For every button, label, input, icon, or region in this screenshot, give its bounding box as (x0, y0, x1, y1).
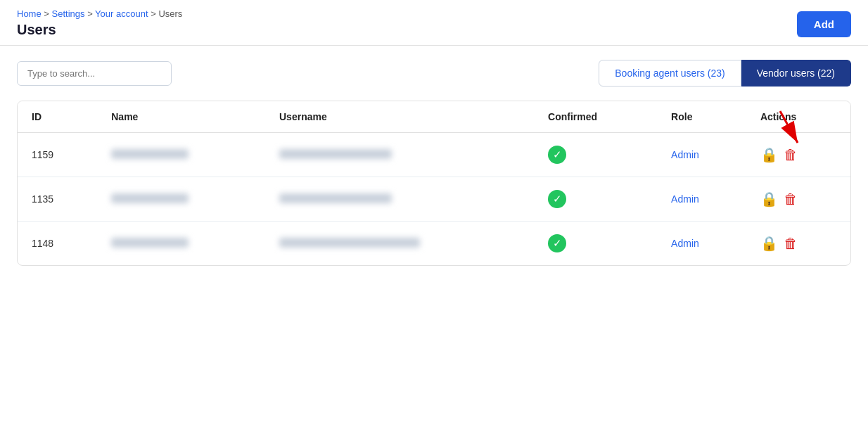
table-row: 1159 ✓ Admin (18, 133, 850, 177)
page-header: Home > Settings > Your account > Users U… (0, 0, 868, 46)
users-table-container: ID Name Username Confirmed Role Actions … (17, 101, 851, 266)
role-link[interactable]: Admin (671, 238, 699, 249)
col-username: Username (265, 101, 534, 133)
col-actions: Actions (746, 101, 850, 133)
confirmed-check-icon: ✓ (548, 234, 566, 252)
lock-icon[interactable]: 🔒 (760, 146, 778, 163)
cell-actions: 🔒 🗑 (746, 133, 850, 177)
tab-group: Booking agent users (23) Vendor users (2… (599, 60, 851, 87)
cell-id: 1135 (18, 177, 97, 222)
cell-username (265, 133, 534, 177)
delete-icon[interactable]: 🗑 (784, 147, 798, 163)
cell-name (97, 222, 265, 266)
cell-role: Admin (657, 177, 746, 222)
breadcrumb-settings[interactable]: Settings (52, 8, 85, 19)
blurred-name (111, 149, 189, 159)
delete-icon[interactable]: 🗑 (784, 236, 798, 252)
toolbar: Booking agent users (23) Vendor users (2… (0, 46, 868, 101)
cell-username (265, 177, 534, 222)
blurred-username (279, 193, 392, 203)
cell-id: 1148 (18, 222, 97, 266)
blurred-name (111, 193, 189, 203)
actions-cell: 🔒 🗑 (760, 191, 836, 207)
cell-confirmed: ✓ (534, 222, 657, 266)
blurred-username (279, 149, 392, 159)
tab-vendor-users[interactable]: Vendor users (22) (741, 60, 851, 87)
lock-icon[interactable]: 🔒 (760, 191, 778, 207)
tab-booking-agent-users[interactable]: Booking agent users (23) (599, 60, 741, 87)
users-table: ID Name Username Confirmed Role Actions … (18, 101, 850, 265)
cell-role: Admin (657, 222, 746, 266)
actions-cell: 🔒 🗑 (760, 235, 836, 252)
cell-confirmed: ✓ (534, 177, 657, 222)
table-row: 1135 ✓ Admin 🔒 🗑 (18, 177, 850, 222)
role-link[interactable]: Admin (671, 193, 699, 205)
breadcrumb-your-account[interactable]: Your account (95, 8, 148, 19)
confirmed-check-icon: ✓ (548, 190, 566, 208)
cell-role: Admin (657, 133, 746, 177)
add-button[interactable]: Add (797, 11, 851, 37)
cell-username (265, 222, 534, 266)
confirmed-check-icon: ✓ (548, 146, 566, 164)
cell-name (97, 133, 265, 177)
breadcrumb-home[interactable]: Home (17, 8, 42, 19)
col-id: ID (18, 101, 97, 133)
role-link[interactable]: Admin (671, 149, 699, 160)
cell-confirmed: ✓ (534, 133, 657, 177)
cell-name (97, 177, 265, 222)
breadcrumb: Home > Settings > Your account > Users (17, 8, 182, 19)
cell-actions: 🔒 🗑 (746, 222, 850, 266)
blurred-name (111, 238, 189, 248)
actions-cell: 🔒 🗑 (760, 146, 836, 163)
col-confirmed: Confirmed (534, 101, 657, 133)
search-input[interactable] (17, 61, 172, 86)
delete-icon[interactable]: 🗑 (784, 191, 798, 207)
breadcrumb-current: Users (158, 8, 182, 19)
cell-actions: 🔒 🗑 (746, 177, 850, 222)
page-title: Users (17, 22, 182, 38)
col-role: Role (657, 101, 746, 133)
table-row: 1148 ✓ Admin 🔒 🗑 (18, 222, 850, 266)
blurred-username (279, 238, 420, 248)
table-body: 1159 ✓ Admin (18, 133, 850, 266)
col-name: Name (97, 101, 265, 133)
table-header: ID Name Username Confirmed Role Actions (18, 101, 850, 133)
cell-id: 1159 (18, 133, 97, 177)
lock-icon[interactable]: 🔒 (760, 235, 778, 252)
